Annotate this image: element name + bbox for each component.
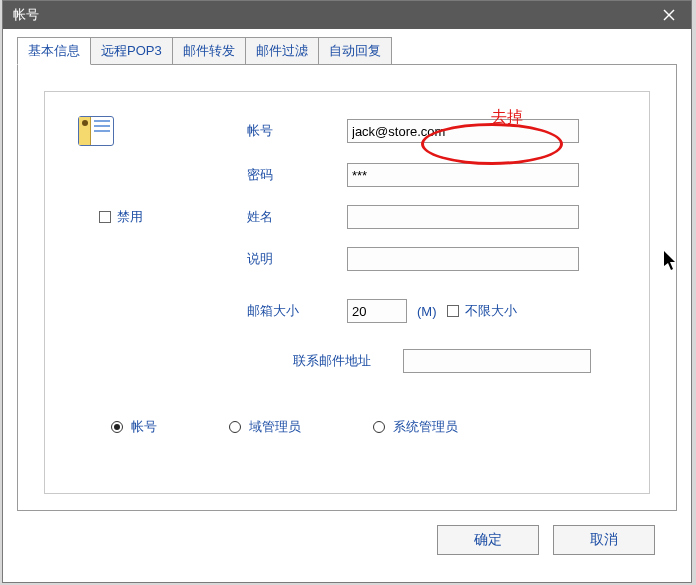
label-unlimited-size: 不限大小 xyxy=(465,302,517,320)
input-contact-email[interactable] xyxy=(403,349,591,373)
radio-option-account[interactable]: 帐号 xyxy=(111,418,157,436)
dialog-window: 帐号 基本信息 远程POP3 邮件转发 邮件过滤 自动回复 xyxy=(2,0,692,583)
checkbox-disable[interactable] xyxy=(99,211,111,223)
tab-mail-forward[interactable]: 邮件转发 xyxy=(172,37,246,65)
title-text: 帐号 xyxy=(13,6,39,24)
tab-mail-filter[interactable]: 邮件过滤 xyxy=(245,37,319,65)
form-frame: 帐号 密码 禁用 姓名 xyxy=(44,91,650,494)
input-mailbox-size[interactable] xyxy=(347,299,407,323)
role-radio-group: 帐号 域管理员 系统管理员 xyxy=(111,418,619,436)
radio-label-domain-admin: 域管理员 xyxy=(249,418,301,436)
label-mailbox-size: 邮箱大小 xyxy=(247,302,347,320)
tab-panel: 帐号 密码 禁用 姓名 xyxy=(17,65,677,511)
account-card-icon xyxy=(78,116,114,146)
label-disable: 禁用 xyxy=(117,208,143,226)
input-name[interactable] xyxy=(347,205,579,229)
cancel-button[interactable]: 取消 xyxy=(553,525,655,555)
tab-basic-info[interactable]: 基本信息 xyxy=(17,37,91,65)
label-contact-email: 联系邮件地址 xyxy=(293,352,403,370)
label-password: 密码 xyxy=(247,166,347,184)
label-name: 姓名 xyxy=(247,208,347,226)
label-desc: 说明 xyxy=(247,250,347,268)
radio-domain-admin[interactable] xyxy=(229,421,241,433)
input-password[interactable] xyxy=(347,163,579,187)
checkbox-unlimited-size[interactable] xyxy=(447,305,459,317)
label-size-unit: (M) xyxy=(417,304,437,319)
row-contact-email: 联系邮件地址 xyxy=(75,348,619,374)
ok-button[interactable]: 确定 xyxy=(437,525,539,555)
row-mailbox-size: 邮箱大小 (M) 不限大小 xyxy=(75,298,619,324)
radio-option-domain-admin[interactable]: 域管理员 xyxy=(229,418,301,436)
radio-label-account: 帐号 xyxy=(131,418,157,436)
tab-auto-reply[interactable]: 自动回复 xyxy=(318,37,392,65)
radio-account[interactable] xyxy=(111,421,123,433)
close-button[interactable] xyxy=(647,1,691,29)
radio-label-system-admin: 系统管理员 xyxy=(393,418,458,436)
row-name: 禁用 姓名 xyxy=(75,204,619,230)
input-desc[interactable] xyxy=(347,247,579,271)
input-account[interactable] xyxy=(347,119,579,143)
tab-remote-pop3[interactable]: 远程POP3 xyxy=(90,37,173,65)
row-account: 帐号 xyxy=(75,116,619,146)
tab-strip: 基本信息 远程POP3 邮件转发 邮件过滤 自动回复 xyxy=(17,39,677,65)
client-area: 基本信息 远程POP3 邮件转发 邮件过滤 自动回复 帐号 xyxy=(3,29,691,569)
label-account: 帐号 xyxy=(247,122,347,140)
radio-system-admin[interactable] xyxy=(373,421,385,433)
button-bar: 确定 取消 xyxy=(17,511,677,555)
row-desc: 说明 xyxy=(75,246,619,272)
radio-option-system-admin[interactable]: 系统管理员 xyxy=(373,418,458,436)
row-password: 密码 xyxy=(75,162,619,188)
close-icon xyxy=(663,9,675,21)
title-bar: 帐号 xyxy=(3,1,691,29)
tab-underline xyxy=(17,64,677,65)
